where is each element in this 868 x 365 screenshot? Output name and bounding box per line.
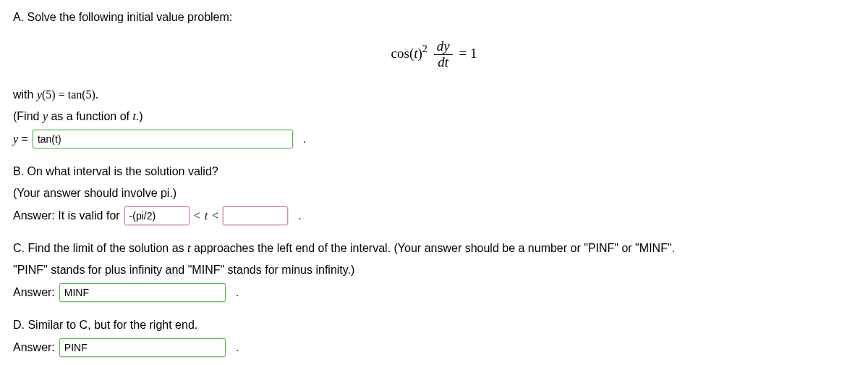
part-c-answer-row: Answer: .	[13, 283, 855, 302]
part-b-prompt: B. On what interval is the solution vali…	[13, 163, 855, 180]
part-c: C. Find the limit of the solution as t a…	[13, 240, 855, 302]
eq-equals-one: = 1	[459, 46, 477, 61]
part-c-prompt-line2: "PINF" stands for plus infinity and "MIN…	[13, 261, 855, 279]
eq-exp: 2	[422, 43, 427, 54]
period-d: .	[236, 341, 239, 354]
equation: cos(t)2 dy dt = 1	[13, 39, 855, 70]
answer-b-prefix: Answer: It is valid for	[13, 209, 120, 222]
eq-dy: dy	[434, 39, 453, 55]
initial-condition: with y(5) = tan(5).	[13, 86, 855, 104]
cond-rest: (5) = tan(5).	[42, 88, 98, 101]
part-c-prompt-line1: C. Find the limit of the solution as t a…	[13, 240, 855, 257]
part-a-prompt: A. Solve the following initial value pro…	[13, 9, 855, 26]
answer-c-label: Answer:	[13, 286, 55, 299]
part-a: A. Solve the following initial value pro…	[13, 9, 855, 148]
c-p2: approaches the left end of the interval.…	[190, 242, 675, 254]
period-a: .	[303, 133, 306, 146]
eq-fraction: dy dt	[434, 39, 453, 70]
inst-mid: as a function of	[48, 110, 132, 122]
answer-b-right-input[interactable]	[223, 206, 288, 225]
eq-cos: cos(	[391, 46, 414, 61]
answer-a-label: y =	[13, 133, 28, 146]
inst-y: y	[43, 110, 48, 122]
lt-1: <	[194, 209, 200, 222]
inst-close: .)	[136, 110, 143, 122]
lt-2: <	[212, 209, 218, 222]
part-b-answer-row: Answer: It is valid for < t < .	[13, 206, 855, 225]
part-d: D. Similar to C, but for the right end. …	[13, 316, 855, 357]
part-b-hint: (Your answer should involve pi.)	[13, 185, 855, 202]
part-a-answer-row: y = .	[13, 130, 855, 148]
eq-dt: dt	[434, 55, 453, 70]
part-d-answer-row: Answer: .	[13, 338, 855, 357]
answer-c-input[interactable]	[59, 283, 226, 302]
period-b: .	[298, 209, 301, 222]
cond-y: y	[37, 88, 42, 101]
c-p1: C. Find the limit of the solution as	[13, 242, 187, 254]
part-a-instruction: (Find y as a function of t.)	[13, 108, 855, 125]
answer-a-input[interactable]	[33, 130, 293, 148]
b-tvar: t	[205, 209, 208, 222]
answer-d-input[interactable]	[59, 338, 226, 357]
answer-d-label: Answer:	[13, 341, 55, 354]
answer-b-left-input[interactable]	[124, 206, 190, 225]
period-c: .	[236, 286, 239, 299]
cond-with: with	[13, 88, 37, 101]
part-b: B. On what interval is the solution vali…	[13, 163, 855, 225]
inst-open: (Find	[13, 110, 43, 122]
ans-eq: =	[18, 133, 28, 145]
part-d-prompt: D. Similar to C, but for the right end.	[13, 316, 855, 334]
